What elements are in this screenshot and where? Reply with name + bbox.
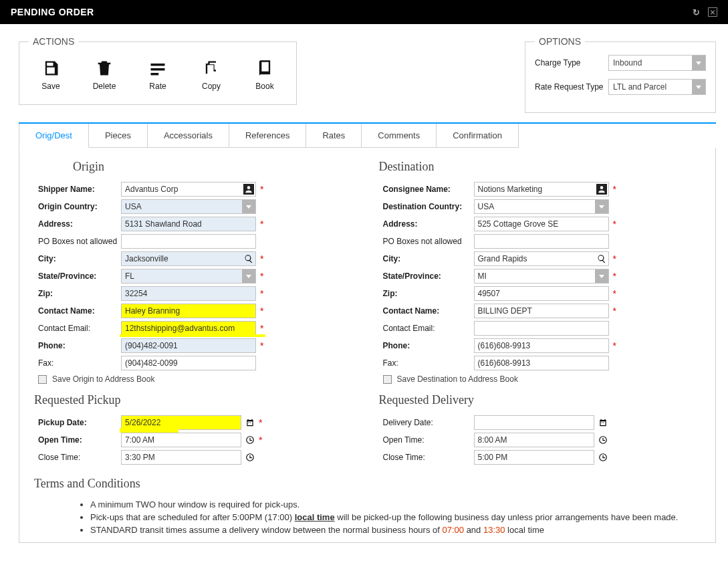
clock-icon[interactable]	[244, 434, 256, 446]
destination-zip-input[interactable]	[474, 286, 609, 301]
chevron-down-icon	[242, 269, 255, 283]
refresh-icon[interactable]: ↻	[693, 7, 700, 17]
destination-country-label: Destination Country:	[383, 202, 474, 211]
chevron-down-icon	[692, 55, 705, 70]
search-icon[interactable]	[596, 253, 607, 264]
destination-country-select[interactable]: USA	[474, 199, 609, 214]
origin-heading: Origin	[73, 160, 356, 174]
destination-pobox-input[interactable]	[474, 234, 609, 249]
search-icon[interactable]	[243, 253, 254, 264]
delivery-close-label: Close Time:	[383, 453, 474, 462]
origin-column: Origin Shipper Name: * Origin Country: U…	[34, 157, 356, 467]
origin-pobox-input[interactable]	[121, 234, 256, 249]
shipper-name-input[interactable]	[121, 182, 256, 197]
contact-lookup-icon[interactable]	[243, 184, 254, 195]
pickup-open-label: Open Time:	[38, 435, 121, 445]
tab-orig-dest[interactable]: Orig/Dest	[19, 124, 89, 148]
destination-phone-input[interactable]	[474, 338, 609, 353]
origin-pobox-label: PO Boxes not allowed	[38, 237, 121, 246]
destination-contact-name-input[interactable]	[474, 304, 609, 318]
chevron-down-icon	[595, 200, 608, 213]
highlight-annotation	[120, 428, 178, 433]
consignee-name-input[interactable]	[474, 182, 609, 197]
destination-address-label: Address:	[383, 219, 474, 229]
tab-accessorials[interactable]: Accessorials	[148, 124, 229, 148]
destination-address-input[interactable]	[474, 217, 609, 231]
delivery-date-label: Delivery Date:	[383, 418, 474, 427]
delivery-date-input[interactable]	[474, 415, 594, 430]
clock-icon[interactable]	[244, 451, 256, 463]
origin-address-input[interactable]	[121, 217, 256, 231]
destination-state-label: State/Province:	[383, 271, 474, 281]
required-mark: *	[260, 184, 264, 195]
terms-heading: Terms and Conditions	[34, 477, 701, 491]
consignee-name-label: Consignee Name:	[383, 185, 474, 194]
destination-contact-email-input[interactable]	[474, 321, 609, 336]
origin-state-select[interactable]: FL	[121, 269, 256, 284]
book-button[interactable]: Book	[248, 59, 281, 91]
pickup-heading: Requested Pickup	[34, 393, 356, 407]
tab-confirmation[interactable]: Confirmation	[437, 124, 519, 148]
origin-zip-input[interactable]	[121, 286, 256, 301]
save-origin-checkbox[interactable]	[38, 375, 47, 384]
contact-lookup-icon[interactable]	[596, 184, 607, 195]
shipper-name-label: Shipper Name:	[38, 185, 121, 194]
close-icon[interactable]	[708, 7, 717, 17]
destination-column: Destination Consignee Name: * Destinatio…	[379, 157, 701, 467]
rate-button[interactable]: Rate	[141, 59, 174, 91]
destination-fax-label: Fax:	[383, 358, 474, 368]
charge-type-select[interactable]: Inbound	[608, 55, 706, 71]
destination-contact-email-label: Contact Email:	[383, 324, 474, 333]
rate-request-type-label: Rate Request Type	[535, 82, 608, 92]
terms-item: Pick-ups that are scheduled for after 5:…	[90, 512, 701, 524]
copy-icon	[202, 59, 221, 78]
chevron-down-icon	[692, 80, 705, 94]
pickup-open-input[interactable]	[121, 433, 241, 447]
save-destination-checkbox[interactable]	[383, 375, 392, 384]
delete-button[interactable]: Delete	[88, 59, 121, 91]
origin-city-input[interactable]	[121, 251, 256, 266]
delivery-close-input[interactable]	[474, 450, 594, 465]
save-button[interactable]: Save	[34, 59, 68, 91]
origin-contact-name-label: Contact Name:	[38, 306, 121, 316]
actions-fieldset: ACTIONS Save Delete Rate Copy	[19, 36, 297, 105]
origin-contact-name-input[interactable]	[121, 304, 256, 318]
tab-references[interactable]: References	[229, 124, 306, 148]
origin-phone-label: Phone:	[38, 341, 121, 350]
origin-zip-label: Zip:	[38, 289, 121, 298]
save-origin-label: Save Origin to Address Book	[52, 374, 154, 384]
destination-city-input[interactable]	[474, 251, 609, 266]
options-legend: OPTIONS	[535, 36, 585, 47]
calendar-icon[interactable]	[244, 417, 256, 429]
window-title: PENDING ORDER	[11, 7, 94, 17]
tab-comments[interactable]: Comments	[362, 124, 437, 148]
terms-section: Terms and Conditions A minimum TWO hour …	[34, 477, 701, 537]
destination-city-label: City:	[383, 254, 474, 263]
clock-icon[interactable]	[597, 434, 609, 446]
origin-phone-input[interactable]	[121, 338, 256, 353]
tab-panel-orig-dest: Origin Shipper Name: * Origin Country: U…	[19, 148, 716, 543]
actions-legend: ACTIONS	[29, 36, 78, 47]
highlight-annotation	[120, 334, 265, 337]
tab-strip: Orig/Dest Pieces Accessorials References…	[19, 122, 716, 148]
calendar-icon[interactable]	[597, 417, 609, 429]
destination-contact-name-label: Contact Name:	[383, 306, 474, 316]
rate-request-type-select[interactable]: LTL and Parcel	[608, 79, 706, 95]
delivery-open-input[interactable]	[474, 433, 594, 447]
tab-rates[interactable]: Rates	[306, 124, 362, 148]
origin-country-label: Origin Country:	[38, 202, 121, 211]
window-header: PENDING ORDER ↻	[0, 0, 728, 24]
destination-fax-input[interactable]	[474, 356, 609, 370]
pickup-date-label: Pickup Date:	[38, 418, 121, 427]
origin-contact-email-input[interactable]	[121, 321, 256, 336]
origin-fax-label: Fax:	[38, 358, 121, 368]
origin-fax-input[interactable]	[121, 356, 256, 370]
origin-country-select[interactable]: USA	[121, 199, 256, 214]
pickup-close-input[interactable]	[121, 450, 241, 465]
destination-state-select[interactable]: MI	[474, 269, 609, 284]
clock-icon[interactable]	[597, 451, 609, 463]
copy-button[interactable]: Copy	[195, 59, 228, 91]
tab-pieces[interactable]: Pieces	[89, 124, 148, 148]
chevron-down-icon	[595, 269, 608, 283]
terms-item: A minimum TWO hour window is required fo…	[90, 499, 701, 512]
